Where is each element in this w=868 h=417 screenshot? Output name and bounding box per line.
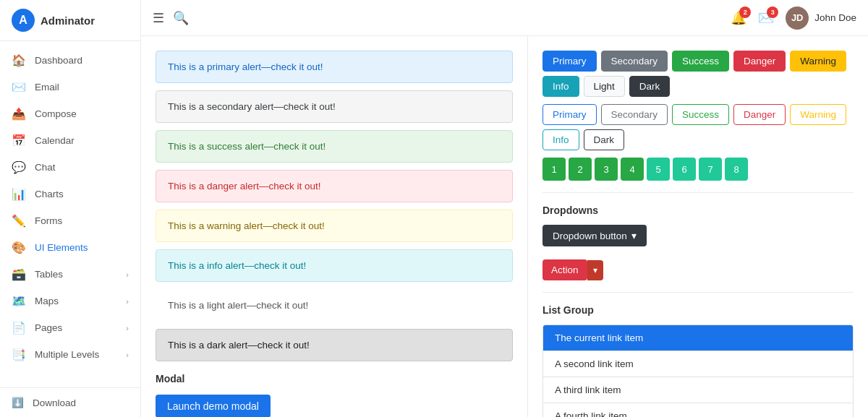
pagination: 1 2 3 4 5 6 7 8 [542,158,854,181]
sidebar-download[interactable]: ⬇️ Download [0,387,140,417]
btn-danger[interactable]: Danger [733,51,786,72]
sidebar-item-label: Pages [35,322,62,333]
outline-buttons-row: Primary Secondary Success Danger Warning… [542,104,854,150]
btn-primary[interactable]: Primary [542,51,597,72]
filled-buttons-row: Primary Secondary Success Danger Warning… [542,51,854,97]
search-icon[interactable]: 🔍 [173,10,189,26]
alert-secondary: This is a secondary alert—check it out! [156,90,513,123]
alert-danger: This is a danger alert—check it out! [156,170,513,202]
list-group-item-1[interactable]: The current link item [543,325,853,351]
sidebar-item-multiple-levels[interactable]: 📑 Multiple Levels › [0,341,140,368]
btn-outline-info[interactable]: Info [542,129,579,150]
sidebar-item-pages[interactable]: 📄 Pages › [0,314,140,341]
sidebar-item-calendar[interactable]: 📅 Calendar [0,127,140,154]
avatar: JD [786,7,809,30]
ui-elements-icon: 🎨 [12,241,26,254]
btn-secondary[interactable]: Secondary [601,51,668,72]
sidebar-item-label: UI Elements [35,242,88,253]
alert-dark: This is a dark alert—check it out! [156,329,513,361]
btn-outline-success[interactable]: Success [672,104,729,125]
dropdown-caret-icon: ▾ [631,230,637,241]
page-btn-4[interactable]: 4 [621,158,644,181]
list-group: The current link item A second link item… [542,324,854,417]
calendar-icon: 📅 [12,134,26,147]
sidebar-item-compose[interactable]: 📤 Compose [0,100,140,127]
notifications-button[interactable]: 🔔 2 [731,10,746,26]
user-profile[interactable]: JD John Doe [786,7,856,30]
modal-section: Modal Launch demo modal [156,373,513,417]
sidebar-item-label: Multiple Levels [35,349,99,360]
sidebar-item-forms[interactable]: ✏️ Forms [0,207,140,234]
left-panel: This is a primary alert—check it out! Th… [141,36,528,417]
action-split-button[interactable]: ▾ [587,260,603,280]
page-btn-1[interactable]: 1 [542,158,566,181]
dropdowns-title: Dropdowns [542,205,854,216]
list-group-section: List Group The current link item A secon… [542,304,854,417]
list-group-item-4[interactable]: A fourth link item [543,403,853,417]
sidebar-item-label: Chat [35,162,56,173]
multiple-levels-icon: 📑 [12,348,26,361]
download-label: Download [33,397,76,408]
btn-warning[interactable]: Warning [790,51,846,72]
sidebar-nav: 🏠 Dashboard ✉️ Email 📤 Compose 📅 Calenda… [0,41,140,387]
section-divider [542,192,854,193]
sidebar-item-maps[interactable]: 🗺️ Maps › [0,288,140,314]
content-area: This is a primary alert—check it out! Th… [141,36,868,417]
list-group-item-3[interactable]: A third link item [543,377,853,403]
chevron-right-icon: › [126,297,129,306]
page-btn-8[interactable]: 8 [725,158,748,181]
chevron-right-icon: › [126,270,129,279]
messages-button[interactable]: ✉️ 3 [758,10,774,26]
btn-outline-primary[interactable]: Primary [542,104,597,125]
sidebar-header: A Adminator [0,0,140,41]
btn-info[interactable]: Info [542,76,579,97]
alert-success: This is a success alert—check it out! [156,130,513,163]
btn-dark[interactable]: Dark [629,76,671,97]
download-icon: ⬇️ [12,397,24,408]
dropdowns-section: Dropdowns Dropdown button ▾ Action ▾ [542,205,854,280]
maps-icon: 🗺️ [12,294,26,308]
page-btn-5[interactable]: 5 [647,158,670,181]
alert-primary: This is a primary alert—check it out! [156,51,513,83]
page-btn-7[interactable]: 7 [699,158,722,181]
page-btn-6[interactable]: 6 [673,158,696,181]
page-btn-2[interactable]: 2 [569,158,592,181]
sidebar-item-email[interactable]: ✉️ Email [0,74,140,100]
btn-outline-dark[interactable]: Dark [584,129,625,150]
sidebar-item-tables[interactable]: 🗃️ Tables › [0,261,140,288]
topbar-right: 🔔 2 ✉️ 3 JD John Doe [731,7,856,30]
sidebar-item-label: Email [35,82,59,93]
btn-outline-secondary[interactable]: Secondary [601,104,668,125]
sidebar-item-chat[interactable]: 💬 Chat [0,154,140,181]
btn-success[interactable]: Success [672,51,729,72]
sidebar-title: Adminator [41,14,95,27]
user-name: John Doe [814,12,856,23]
list-group-item-2[interactable]: A second link item [543,351,853,377]
notifications-badge: 2 [739,7,751,18]
messages-badge: 3 [767,7,778,18]
right-panel: Primary Secondary Success Danger Warning… [528,36,868,417]
sidebar-item-label: Calendar [35,135,75,146]
dropdown-button[interactable]: Dropdown button ▾ [542,225,647,246]
sidebar-item-charts[interactable]: 📊 Charts [0,181,140,207]
sidebar-item-label: Tables [35,269,63,280]
action-button[interactable]: Action [542,259,587,280]
sidebar-item-dashboard[interactable]: 🏠 Dashboard [0,47,140,74]
action-caret-icon: ▾ [593,265,597,275]
sidebar-item-ui-elements[interactable]: 🎨 UI Elements [0,234,140,261]
home-icon: 🏠 [12,53,26,67]
topbar: ☰ 🔍 🔔 2 ✉️ 3 JD John Doe [141,0,868,36]
chat-icon: 💬 [12,160,26,174]
chevron-right-icon: › [126,324,129,332]
btn-light[interactable]: Light [584,76,625,97]
page-btn-3[interactable]: 3 [595,158,618,181]
sidebar-item-label: Compose [35,108,77,119]
launch-modal-button[interactable]: Launch demo modal [156,395,271,417]
main-area: ☰ 🔍 🔔 2 ✉️ 3 JD John Doe Th [141,0,868,417]
compose-icon: 📤 [12,107,26,121]
btn-outline-warning[interactable]: Warning [790,104,846,125]
tables-icon: 🗃️ [12,267,26,281]
btn-outline-danger[interactable]: Danger [733,104,786,125]
charts-icon: 📊 [12,187,26,201]
menu-icon[interactable]: ☰ [153,10,164,26]
